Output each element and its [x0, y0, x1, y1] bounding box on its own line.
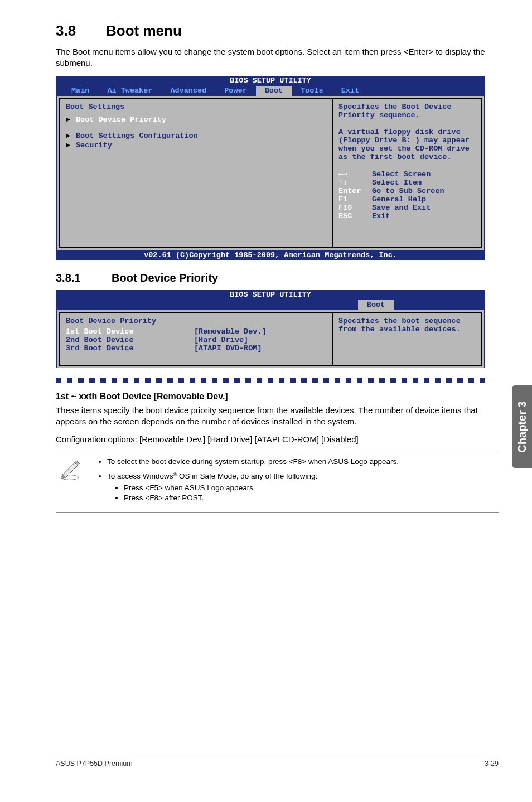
bios-row-1st-boot: 1st Boot Device[Removable Dev.] [66, 327, 326, 336]
bios-pane-heading: Boot Settings [66, 103, 326, 111]
subsection-title: Boot Device Priority [112, 272, 218, 284]
bios-key-f1: F1General Help [338, 195, 475, 204]
bios-copyright-footer: v02.61 (C)Copyright 1985-2009, American … [56, 250, 485, 260]
option-description: These items specify the boot device prio… [56, 405, 499, 428]
bios-title: BIOS SETUP UTILITY [62, 290, 478, 300]
section-title: Boot menu [106, 22, 182, 39]
note-bullet-1: To select the boot device during system … [107, 457, 399, 467]
page-footer: ASUS P7P55D Premium 3-29 [56, 757, 499, 767]
bios-key-select-screen: ←→Select Screen [338, 170, 475, 178]
bios-key-f10: F10Save and Exit [338, 204, 475, 212]
footer-product: ASUS P7P55D Premium [56, 760, 133, 767]
section-heading: 3.8Boot menu [56, 22, 499, 40]
bios-row-3rd-boot: 3rd Boot Device[ATAPI DVD-ROM] [66, 344, 326, 352]
note-bullet-2: To access Windows® OS in Safe Mode, do a… [107, 471, 399, 503]
bios-right-pane: Specifies the Boot Device Priority seque… [332, 98, 482, 248]
bios-right-pane: Specifies the boot sequence from the ava… [332, 312, 482, 366]
bios-tab-exit: Exit [332, 86, 368, 96]
bios-pane-heading: Boot Device Priority [66, 317, 326, 325]
bios-tab-boot: Boot [256, 86, 292, 96]
bios-screenshot-boot-menu: BIOS SETUP UTILITY Main Ai Tweaker Advan… [56, 76, 485, 260]
note-content: To select the boot device during system … [97, 457, 399, 508]
note-block: To select the boot device during system … [56, 452, 499, 513]
option-heading: 1st ~ xxth Boot Device [Removable Dev.] [56, 392, 499, 402]
bios-key-enter: EnterGo to Sub Screen [338, 187, 475, 195]
bios-left-pane: Boot Device Priority 1st Boot Device[Rem… [59, 312, 332, 366]
torn-edge-decoration [56, 378, 485, 383]
bios-item-security: ▶Security [66, 140, 326, 149]
bios-item-boot-settings-config: ▶Boot Settings Configuration [66, 131, 326, 140]
pencil-note-icon [58, 457, 97, 508]
bios-title: BIOS SETUP UTILITY [62, 76, 478, 86]
bios-row-2nd-boot: 2nd Boot Device[Hard Drive] [66, 336, 326, 344]
section-number: 3.8 [56, 22, 106, 40]
subsection-number: 3.8.1 [56, 272, 112, 284]
bios-tab-tools: Tools [292, 86, 332, 96]
bios-tab-advanced: Advanced [161, 86, 215, 96]
bios-hint-text: Specifies the boot sequence from the ava… [338, 317, 475, 334]
bios-tab-power: Power [215, 86, 256, 96]
bios-key-select-item: ↑↓Select Item [338, 178, 475, 187]
intro-text: The Boot menu items allow you to change … [56, 46, 499, 69]
note-sub-2: Press <F8> after POST. [124, 493, 399, 503]
triangle-icon: ▶ [66, 114, 76, 124]
subsection-heading: 3.8.1Boot Device Priority [56, 272, 499, 284]
bios-tab-boot: Boot [358, 300, 394, 310]
bios-left-pane: Boot Settings ▶Boot Device Priority ▶Boo… [59, 98, 332, 248]
bios-key-esc: ESCExit [338, 212, 475, 220]
option-config: Configuration options: [Removable Dev.] … [56, 434, 499, 445]
bios-hint-text: Specifies the Boot Device Priority seque… [338, 103, 475, 161]
bios-tab-main: Main [62, 86, 98, 96]
bios-item-boot-device-priority: ▶Boot Device Priority [66, 114, 326, 124]
bios-tab-bar: Main Ai Tweaker Advanced Power Boot Tool… [62, 86, 478, 96]
chapter-side-tab: Chapter 3 [512, 385, 532, 468]
note-sub-1: Press <F5> when ASUS Logo appears [124, 483, 399, 493]
bios-screenshot-boot-priority: BIOS SETUP UTILITY Boot Boot Device Prio… [56, 290, 485, 368]
bios-tab-ai-tweaker: Ai Tweaker [98, 86, 161, 96]
triangle-icon: ▶ [66, 131, 76, 140]
triangle-icon: ▶ [66, 140, 76, 149]
footer-page-number: 3-29 [485, 760, 499, 767]
